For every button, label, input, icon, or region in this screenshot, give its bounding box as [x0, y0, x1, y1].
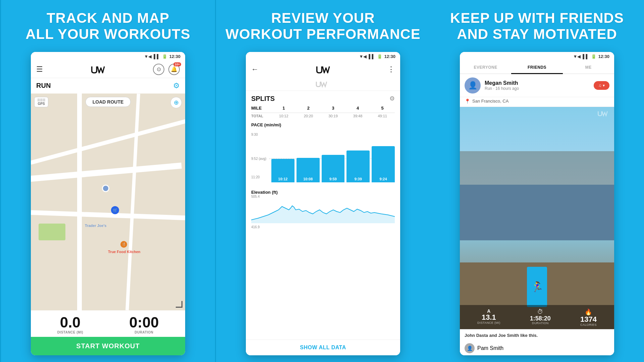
bar-1-val: 10:12	[278, 177, 287, 181]
workout-content: SPLITS ⚙ MILE 1 2 3 4 5 TOTAL 10:12 20:2…	[246, 91, 400, 340]
activity-photo[interactable]: 🏃‍♀️ A 13.1 DISTANCE (MI) ⏱	[460, 107, 614, 329]
run-label: RUN	[36, 82, 51, 89]
back-button[interactable]: ←	[251, 65, 259, 74]
duration-stat-3: ⏱ 1:58:20 DURATION	[530, 308, 551, 326]
activity-stats-overlay: A 13.1 DISTANCE (MI) ⏱ 1:58:20 DURATION …	[460, 305, 614, 329]
status-time-2: 12:30	[384, 54, 395, 59]
splits-settings-icon[interactable]: ⚙	[389, 95, 395, 102]
mile-3-header: 3	[321, 106, 345, 111]
splits-header: SPLITS ⚙	[246, 91, 400, 105]
calories-stat-3: 🔥 1374 CALORIES	[580, 308, 597, 326]
signal-icon: ▌▌	[154, 54, 160, 59]
user-row: 👤 Megan Smith Run · 16 hours ago ♫ ▾	[460, 74, 614, 97]
split-3-total: 30:19	[321, 114, 345, 118]
bar-4: 9:39	[346, 150, 370, 182]
panel-review: REVIEW YOUR WORKOUT PERFORMANCE ▼◀ ▌▌ 🔋 …	[216, 0, 430, 362]
map-area[interactable]: ☰☰☰ GPS LOAD ROUTE ⊕ 🛒 Trader Joe's 🍴 Tr…	[31, 94, 185, 310]
bar-4-val: 9:39	[355, 177, 362, 181]
compass-button[interactable]: ⊙	[153, 64, 164, 75]
bar-1: 10:12	[271, 159, 294, 182]
navbar-1: ☰ ⊙ 🔔 10+	[31, 61, 185, 78]
signal-icon-3: ▌▌	[583, 54, 589, 59]
map-scale	[176, 301, 182, 308]
start-workout-button[interactable]: START WORKOUT	[31, 337, 185, 355]
user-location-pin	[102, 185, 109, 192]
distance-label-3: DISTANCE (MI)	[477, 321, 500, 324]
menu-icon[interactable]: ☰	[36, 65, 43, 74]
location-button[interactable]: ⊕	[170, 97, 182, 108]
navbar-2: ← ⋮	[246, 61, 400, 78]
elevation-label: Elevation (ft)	[251, 190, 395, 195]
user-activity: Run · 16 hours ago	[485, 86, 590, 91]
ua-logo-1	[43, 64, 153, 74]
splits-label: SPLITS	[251, 95, 275, 103]
panel1-title: TRACK AND MAP ALL YOUR WORKOUTS	[25, 10, 190, 43]
distance-stat-3: A 13.1 DISTANCE (MI)	[477, 308, 500, 326]
music-icon: ♫	[598, 83, 601, 88]
split-2-total: 20:20	[296, 114, 321, 118]
notification-button[interactable]: 🔔 10+	[168, 64, 180, 75]
map-background	[31, 94, 185, 310]
elevation-section: Elevation (ft) 505.4 416.9	[246, 187, 400, 229]
notification-badge: 10+	[173, 62, 181, 66]
duration-value: 0:00	[129, 315, 159, 330]
clock-icon: ⏱	[530, 308, 551, 315]
bar-2-val: 10:08	[303, 177, 313, 181]
bar-5: 9:24	[372, 146, 395, 182]
status-bar-1: ▼◀ ▌▌ 🔋 12:30	[31, 52, 185, 61]
commenter-avatar: 👤	[465, 343, 475, 353]
location-row: 📍 San Francisco, CA	[460, 97, 614, 107]
map-road	[31, 210, 185, 220]
tab-me[interactable]: ME	[563, 61, 614, 74]
y-label-mid: 9:52 (avg)	[251, 157, 266, 160]
ua-watermark	[597, 110, 611, 120]
total-label: TOTAL	[251, 114, 271, 118]
calories-label-3: CALORIES	[580, 323, 597, 326]
elevation-chart	[251, 198, 395, 225]
commenter-name: Pam Smith	[477, 345, 503, 351]
pace-chart: 9:30 9:52 (avg) 11:20 10:12 10:08	[246, 130, 400, 187]
mile-4-header: 4	[345, 106, 370, 111]
trader-joes-label: Trader Joe's	[85, 224, 106, 228]
phone-2: ▼◀ ▌▌ 🔋 12:30 ← ⋮ SPLIT	[246, 52, 400, 355]
location-pin-icon: 📍	[465, 99, 470, 104]
bar-col-2: 10:08	[297, 158, 320, 182]
comment-row: 👤 Pam Smith	[460, 341, 614, 355]
mile-1-header: 1	[271, 106, 296, 111]
map-road	[125, 94, 140, 310]
map-road	[31, 163, 182, 182]
tab-everyone[interactable]: EVERYONE	[460, 61, 511, 74]
ua-logo-2	[259, 64, 387, 74]
more-button[interactable]: ⋮	[387, 65, 395, 74]
mile-header: MILE	[251, 106, 271, 111]
split-1-total: 10:12	[271, 114, 296, 118]
distance-label: DISTANCE (MI)	[57, 330, 83, 334]
splits-table: MILE 1 2 3 4 5 TOTAL 10:12 20:20 30:19 3…	[246, 105, 400, 119]
show-all-data-button[interactable]: SHOW ALL DATA	[246, 340, 400, 355]
follow-button[interactable]: ♫ ▾	[594, 81, 609, 90]
photo-background: 🏃‍♀️	[460, 107, 614, 329]
bar-5-val: 9:24	[380, 177, 387, 181]
elevation-max: 505.4	[251, 195, 395, 198]
feed-tabs: EVERYONE FRIENDS ME	[460, 61, 614, 74]
phone-3: ▼◀ ▌▌ 🔋 12:30 EVERYONE FRIENDS ME 👤 Mega…	[460, 52, 614, 355]
distance-stat: 0.0 DISTANCE (MI)	[57, 315, 83, 334]
wifi-icon-3: ▼◀	[573, 54, 581, 59]
status-time-1: 12:30	[169, 54, 180, 59]
likes-row: John Dasta and Joe Smith like this.	[460, 329, 614, 341]
chevron-down-icon: ▾	[603, 83, 605, 88]
map-road	[77, 94, 82, 310]
panel2-title: REVIEW YOUR WORKOUT PERFORMANCE	[225, 10, 420, 43]
bar-3-val: 9:59	[329, 177, 337, 181]
bar-col-4: 9:39	[346, 150, 370, 182]
duration-label: DURATION	[129, 330, 159, 334]
elevation-min: 416.9	[251, 225, 395, 229]
status-bar-3: ▼◀ ▌▌ 🔋 12:30	[460, 52, 614, 61]
duration-stat: 0:00 DURATION	[129, 315, 159, 334]
tab-friends[interactable]: FRIENDS	[511, 61, 562, 74]
gps-button[interactable]: ☰☰☰ GPS	[34, 97, 48, 107]
load-route-button[interactable]: LOAD ROUTE	[86, 97, 131, 107]
settings-icon[interactable]: ⚙	[173, 81, 180, 90]
wifi-icon: ▼◀	[144, 54, 152, 59]
duration-label-3: DURATION	[530, 321, 551, 325]
